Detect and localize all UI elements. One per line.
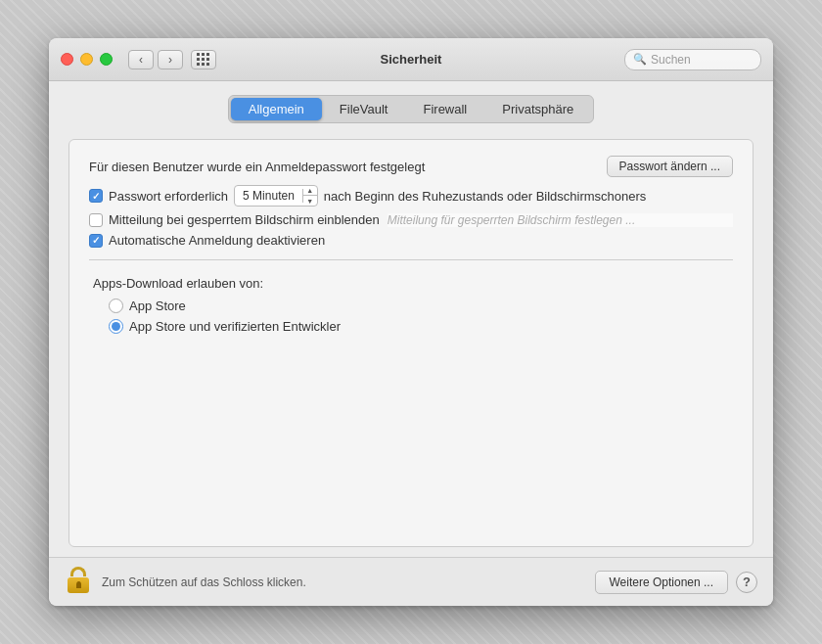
window-title: Sicherheit <box>381 52 442 67</box>
minimize-button[interactable] <box>80 53 93 66</box>
content-area: Allgemein FileVault Firewall Privatsphär… <box>49 81 773 557</box>
apps-title: Apps-Download erlauben von: <box>93 276 733 291</box>
tab-firewall[interactable]: Firewall <box>405 98 484 120</box>
help-button[interactable]: ? <box>736 572 757 593</box>
radio-app-store[interactable] <box>109 299 123 313</box>
stepper-value: 5 Minuten <box>235 189 303 203</box>
back-button[interactable]: ‹ <box>128 50 154 69</box>
nav-buttons: ‹ › <box>128 50 183 69</box>
maximize-button[interactable] <box>100 53 113 66</box>
password-label: Für diesen Benutzer wurde ein Anmeldepas… <box>89 160 425 174</box>
stepper-arrows: ▲ ▼ <box>303 186 317 206</box>
tabs-container: Allgemein FileVault Firewall Privatsphär… <box>68 95 754 123</box>
auto-login-checkbox[interactable] <box>89 234 103 248</box>
mitteilung-row: Mitteilung bei gesperrtem Bildschirm ein… <box>89 212 733 227</box>
passwort-erforderlich-checkbox[interactable] <box>89 189 103 203</box>
grid-button[interactable] <box>191 50 216 69</box>
bottom-actions: Weitere Optionen ... ? <box>595 571 758 594</box>
password-row: Für diesen Benutzer wurde ein Anmeldepas… <box>89 156 733 177</box>
search-icon: 🔍 <box>633 53 647 66</box>
radio-app-store-row: App Store <box>109 299 733 313</box>
radio-app-store-verified-row: App Store und verifizierten Entwickler <box>109 319 733 334</box>
mitteilung-checkbox[interactable] <box>89 213 103 227</box>
radio-app-store-label: App Store <box>129 299 186 313</box>
auto-login-label: Automatische Anmeldung deaktivieren <box>109 233 325 248</box>
traffic-lights <box>61 53 113 66</box>
search-placeholder: Suchen <box>651 53 691 67</box>
tab-allgemein[interactable]: Allgemein <box>231 98 322 120</box>
tabs: Allgemein FileVault Firewall Privatsphär… <box>228 95 595 123</box>
lock-keyhole <box>76 581 81 588</box>
stepper-up[interactable]: ▲ <box>303 186 317 196</box>
tab-filevault[interactable]: FileVault <box>322 98 406 120</box>
lock-shackle <box>70 567 86 576</box>
weitere-optionen-button[interactable]: Weitere Optionen ... <box>595 571 729 594</box>
auto-login-row: Automatische Anmeldung deaktivieren <box>89 233 733 248</box>
passwort-erforderlich-label-before: Passwort erforderlich <box>109 189 228 204</box>
search-box[interactable]: 🔍 Suchen <box>624 49 761 70</box>
lock-body <box>68 577 89 593</box>
mitteilung-field[interactable]: Mitteilung für gesperrten Bildschirm fes… <box>388 213 733 227</box>
radio-app-store-verified-label: App Store und verifizierten Entwickler <box>129 319 341 334</box>
lock-description: Zum Schützen auf das Schloss klicken. <box>102 575 306 589</box>
forward-button[interactable]: › <box>158 50 183 69</box>
mitteilung-label: Mitteilung bei gesperrtem Bildschirm ein… <box>109 212 380 227</box>
settings-panel: Für diesen Benutzer wurde ein Anmeldepas… <box>68 139 754 547</box>
radio-app-store-verified[interactable] <box>109 319 123 334</box>
lock-icon <box>65 567 92 598</box>
close-button[interactable] <box>61 53 73 66</box>
titlebar: ‹ › Sicherheit 🔍 Suchen <box>49 38 773 81</box>
stepper-down[interactable]: ▼ <box>303 196 317 206</box>
stepper-minuten[interactable]: 5 Minuten ▲ ▼ <box>234 185 318 207</box>
passwort-erforderlich-row: Passwort erforderlich 5 Minuten ▲ ▼ nach… <box>89 185 733 207</box>
bottom-bar: Zum Schützen auf das Schloss klicken. We… <box>49 557 773 606</box>
grid-icon <box>197 53 210 67</box>
change-password-button[interactable]: Passwort ändern ... <box>607 156 733 177</box>
passwort-erforderlich-label-after: nach Beginn des Ruhezustands oder Bildsc… <box>324 189 647 204</box>
apps-section: Apps-Download erlauben von: App Store Ap… <box>89 272 733 334</box>
main-window: ‹ › Sicherheit 🔍 Suchen Allgemein FileVa… <box>49 38 773 606</box>
divider <box>89 259 733 260</box>
tab-privatsphaere[interactable]: Privatsphäre <box>484 98 591 120</box>
